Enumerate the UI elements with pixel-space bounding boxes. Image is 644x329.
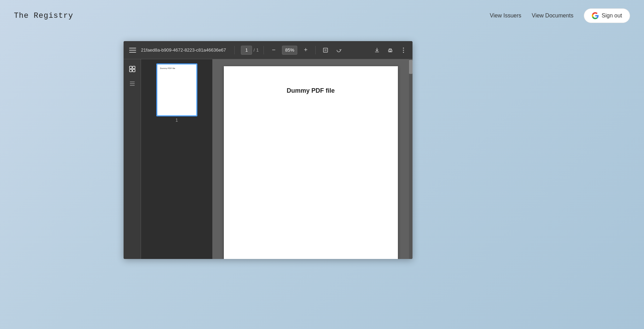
more-options-button[interactable] xyxy=(399,45,408,55)
svg-point-5 xyxy=(403,49,404,51)
google-icon xyxy=(592,12,599,19)
pdf-sidebar xyxy=(124,59,141,259)
thumbnail-preview: Dummy PDF file xyxy=(156,63,197,116)
pdf-scrollbar[interactable] xyxy=(409,59,413,259)
pdf-page: Dummy PDF file xyxy=(224,66,398,259)
sign-out-button[interactable]: Sign out xyxy=(584,8,630,23)
svg-rect-11 xyxy=(130,82,135,82)
pdf-toolbar: 21faed8a-b909-4672-8223-c81a46636e67 / 1… xyxy=(124,41,413,59)
svg-point-4 xyxy=(403,47,404,48)
thumbnails-sidebar-button[interactable] xyxy=(127,63,138,75)
divider-1 xyxy=(234,46,235,54)
document-title: 21faed8a-b909-4672-8223-c81a46636e67 xyxy=(141,47,226,53)
top-nav: The Registry View Issuers View Documents… xyxy=(0,0,644,31)
pdf-main-view[interactable]: Dummy PDF file xyxy=(212,59,409,259)
zoom-in-button[interactable]: + xyxy=(301,45,311,55)
current-page-input[interactable] xyxy=(241,46,252,55)
divider-2 xyxy=(264,46,264,54)
pdf-viewer: 21faed8a-b909-4672-8223-c81a46636e67 / 1… xyxy=(124,41,413,259)
view-issuers-link[interactable]: View Issuers xyxy=(490,13,521,19)
svg-rect-13 xyxy=(130,85,135,86)
sign-out-label: Sign out xyxy=(602,13,622,19)
svg-rect-10 xyxy=(133,69,135,72)
thumbnails-panel: Dummy PDF file 1 xyxy=(141,59,212,259)
thumbnail-number: 1 xyxy=(175,118,178,123)
nav-right: View Issuers View Documents Sign out xyxy=(490,8,630,23)
total-pages: 1 xyxy=(256,47,259,53)
svg-rect-7 xyxy=(129,66,132,69)
thumbnail-page-1[interactable]: Dummy PDF file 1 xyxy=(156,63,197,123)
zoom-out-button[interactable]: − xyxy=(269,45,278,55)
svg-rect-3 xyxy=(389,51,391,52)
print-button[interactable] xyxy=(385,45,395,55)
zoom-input[interactable] xyxy=(282,46,297,55)
outline-sidebar-button[interactable] xyxy=(127,78,138,89)
view-documents-link[interactable]: View Documents xyxy=(532,13,574,19)
page-navigation: / 1 xyxy=(241,46,259,55)
svg-point-6 xyxy=(403,52,404,53)
pdf-page-content: Dummy PDF file xyxy=(286,87,335,94)
page-separator: / xyxy=(253,47,255,53)
rotate-button[interactable] xyxy=(334,45,344,55)
svg-rect-1 xyxy=(324,49,327,51)
fit-page-button[interactable] xyxy=(321,45,330,55)
app-logo: The Registry xyxy=(14,12,73,20)
svg-rect-8 xyxy=(133,66,135,69)
thumbnail-content: Dummy PDF file xyxy=(160,67,175,69)
sidebar-toggle-button[interactable] xyxy=(128,45,138,55)
pdf-body: Dummy PDF file 1 Dummy PDF file xyxy=(124,59,413,259)
svg-rect-9 xyxy=(129,69,132,72)
download-button[interactable] xyxy=(372,45,382,55)
svg-rect-12 xyxy=(130,83,135,84)
scrollbar-thumb[interactable] xyxy=(409,60,413,74)
divider-3 xyxy=(315,46,316,54)
